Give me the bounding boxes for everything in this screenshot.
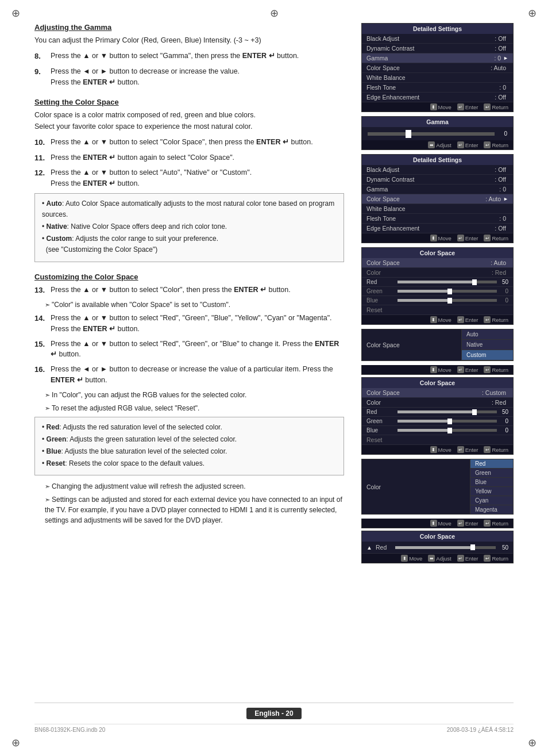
tv-label: Color Space <box>366 64 491 71</box>
nav-return-label: Return <box>492 142 508 148</box>
color-opt-green[interactable]: Green <box>470 469 513 478</box>
nav-enter-csc: ↵ Enter <box>457 446 478 453</box>
tv-nav-bar-color-dd: ⬍ Move ↵ Enter ↩ Return <box>361 519 514 528</box>
return-icon: ↩ <box>484 555 491 562</box>
step-13-note: "Color" is available when "Color Space" … <box>45 300 344 310</box>
tv-row-dynamic-contrast-1: Dynamic Contrast : Off <box>362 44 513 53</box>
gamma-slider-row: 0 <box>362 127 513 140</box>
bullet-auto: • Auto: Auto Color Space automatically a… <box>42 198 337 220</box>
enter-icon: ↵ <box>457 520 464 527</box>
slider-val-green: 0 <box>499 288 508 294</box>
tv-panel-color-space-auto-title: Color Space <box>362 248 513 258</box>
note-rgb: In "Color", you can adjust the RGB value… <box>45 390 344 400</box>
tv-value: : Off <box>495 94 506 101</box>
tv-panel-color-space-auto: Color Space Color Space : Auto Color : R… <box>361 247 514 325</box>
slider-fill-blue <box>398 299 447 302</box>
nav-return-label: Return <box>492 447 508 453</box>
tv-slider-green-custom: Green 0 <box>362 417 513 426</box>
enter-icon: ↵ <box>457 103 464 110</box>
bullet-red: • Red: Adjusts the red saturation level … <box>42 422 337 433</box>
step-10: 10. Press the ▲ or ▼ button to select "C… <box>34 137 344 148</box>
nav-return-label: Return <box>492 367 508 373</box>
tv-nav-bar-1: ⬍ Move ↵ Enter ↩ Return <box>362 102 513 112</box>
bullet-green: • Green: Adjusts the green saturation le… <box>42 434 337 445</box>
adjust-icon: ⬌ <box>428 141 435 148</box>
nav-enter-2: ↵ Enter <box>457 235 478 241</box>
tv-row-black-adjust-1: Black Adjust : Off <box>362 34 513 44</box>
step-9-num: 9. <box>34 66 51 88</box>
nav-move-label: Move <box>438 104 451 110</box>
color-opt-yellow[interactable]: Yellow <box>470 487 513 496</box>
nav-move-csc: ⬍ Move <box>430 446 451 453</box>
nav-enter-label: Enter <box>465 317 478 323</box>
nav-enter-label: Enter <box>465 447 478 453</box>
enter-icon: ↵ <box>457 141 464 148</box>
step-15-enter: ENTER ↵ <box>51 340 339 359</box>
color-opt-cyan[interactable]: Cyan <box>470 496 513 505</box>
tv-label: Flesh Tone <box>366 215 499 222</box>
nav-enter-dd: ↵ Enter <box>457 366 478 373</box>
gamma-slider-panel: Gamma 0 ⬌ Adjust ↵ Enter <box>361 116 514 150</box>
step-16-enter: ENTER ↵ <box>51 376 83 384</box>
tv-value: : Auto <box>491 259 506 266</box>
nav-move-dd: ⬍ Move <box>430 366 451 373</box>
tv-label: Gamma <box>366 55 494 62</box>
step-16-text: Press the ◄ or ► button to decrease or i… <box>51 364 344 386</box>
tv-label: Black Adjust <box>366 35 495 42</box>
nav-enter-1: ↵ Enter <box>457 103 478 110</box>
slider-label-blue: Blue <box>366 297 395 304</box>
tv-row-black-adjust-2: Black Adjust : Off <box>362 165 513 175</box>
tv-panel-detailed-colorspace-title: Detailed Settings <box>362 155 513 165</box>
tv-label: Color <box>366 269 492 276</box>
tv-nav-bar-bottom: ⬍ Move ⬌ Adjust ↵ Enter ↩ Return <box>362 554 513 563</box>
color-opt-magenta[interactable]: Magenta <box>470 505 513 514</box>
move-icon: ⬍ <box>430 103 437 110</box>
slider-val-blue: 0 <box>499 427 508 433</box>
step-13: 13. Press the ▲ or ▼ button to select "C… <box>34 285 344 296</box>
step-14-enter: ENTER ↵ <box>83 325 115 333</box>
cs-option-auto[interactable]: Auto <box>462 329 513 340</box>
step-13-text: Press the ▲ or ▼ button to select "Color… <box>51 285 344 296</box>
bullet-auto-bold: Auto <box>47 199 62 208</box>
nav-move-label: Move <box>409 555 422 562</box>
tv-panel-cs-custom: Color Space Color Space : Custom Color :… <box>361 377 514 455</box>
step-15: 15. Press the ▲ or ▼ button to select "R… <box>34 339 344 360</box>
bullet-green-bold: Green <box>47 435 67 443</box>
nav-return-csc: ↩ Return <box>484 446 508 453</box>
slider-thumb-red <box>472 409 477 415</box>
color-opt-blue[interactable]: Blue <box>470 478 513 487</box>
step-10-enter: ENTER ↵ <box>256 138 289 146</box>
tv-value: : 0 <box>494 55 501 62</box>
nav-adjust-bottom: ⬌ Adjust <box>428 555 451 562</box>
nav-return-2: ↩ Return <box>484 235 508 241</box>
enter-icon: ↵ <box>457 366 464 373</box>
tv-label: White Balance <box>366 74 506 81</box>
nav-return-label: Return <box>492 317 508 323</box>
slider-val-red: 50 <box>499 279 508 285</box>
tv-panel-cs-bottom-title: Color Space <box>362 531 513 542</box>
nav-return-label: Return <box>492 104 508 110</box>
cs-option-native[interactable]: Native <box>462 340 513 350</box>
tv-label: White Balance <box>366 205 506 212</box>
tv-row-gamma-2: Gamma : 0 <box>362 185 513 194</box>
cs-option-custom[interactable]: Custom <box>462 350 513 360</box>
slider-fill-green <box>398 290 447 293</box>
tv-value: : Off <box>495 176 506 183</box>
nav-enter-coldd: ↵ Enter <box>457 520 478 527</box>
slider-label-green: Green <box>366 288 395 294</box>
color-opt-red[interactable]: Red <box>470 459 513 469</box>
slider-val-red: 50 <box>499 409 508 415</box>
tv-slider-red: Red 50 <box>362 278 513 287</box>
tv-slider-blue: Blue 0 <box>362 296 513 305</box>
step-9-enter: ENTER ↵ <box>83 78 115 86</box>
tv-label: Edge Enhancement <box>366 225 495 232</box>
step-11-num: 11. <box>34 152 51 164</box>
step-9-text: Press the ◄ or ► button to decrease or i… <box>51 66 344 88</box>
nav-return-label: Return <box>492 520 508 527</box>
footer-left: BN68-01392K-ENG.indb 20 <box>34 727 105 733</box>
slider-fill-green <box>398 420 447 423</box>
gamma-title: Gamma <box>362 117 513 127</box>
tv-row-dynamic-contrast-2: Dynamic Contrast : Off <box>362 175 513 185</box>
nav-move-cs: ⬍ Move <box>430 316 451 323</box>
slider-label-red: Red <box>366 279 395 285</box>
